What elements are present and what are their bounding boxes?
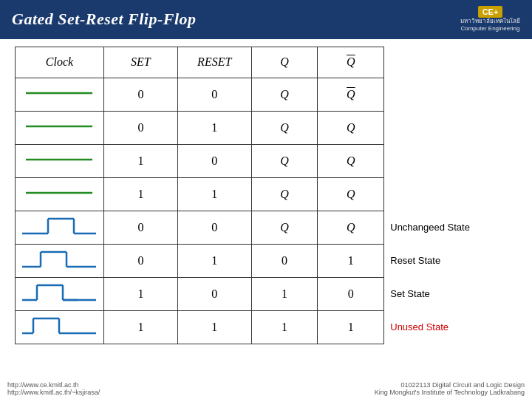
reset-val-7: 0 bbox=[177, 277, 251, 310]
reset-val-3: 0 bbox=[177, 144, 251, 177]
note-6: Reset State bbox=[384, 244, 517, 277]
table-row: 0 1 Q Q bbox=[16, 111, 517, 144]
qbar-val-6: 1 bbox=[318, 244, 384, 277]
set-val-5: 0 bbox=[103, 211, 177, 244]
qbar-val-4: Q bbox=[318, 177, 384, 211]
main-content: Clock SET RESET Q Q 0 0 Q Q bbox=[0, 39, 532, 352]
header: Gated Set-Reset Flip-Flop CE+ มหาวิทยาลั… bbox=[0, 0, 532, 39]
clock-signal-4 bbox=[16, 177, 104, 211]
logo-text: มหาวิทยาลัยเทคโนโลยี Computer Engineerin… bbox=[460, 18, 520, 33]
clock-signal-8 bbox=[16, 310, 104, 344]
table-row: 1 1 1 1 Unused State bbox=[16, 310, 517, 344]
q-val-4: Q bbox=[251, 177, 318, 211]
qbar-val-2: Q bbox=[318, 111, 384, 144]
clock-signal-2 bbox=[16, 111, 104, 144]
logo: CE+ มหาวิทยาลัยเทคโนโลยี Computer Engine… bbox=[460, 6, 520, 33]
q-val-2: Q bbox=[251, 111, 318, 144]
header-clock: Clock bbox=[16, 47, 104, 78]
qbar-val-1: Q bbox=[318, 78, 384, 111]
note-8: Unused State bbox=[384, 310, 517, 344]
reset-val-2: 1 bbox=[177, 111, 251, 144]
clock-signal-7 bbox=[16, 277, 104, 310]
set-val-4: 1 bbox=[103, 177, 177, 211]
footer-left: http://www.ce.kmitl.ac.th http://www.kmi… bbox=[7, 381, 100, 396]
table-row: 1 0 Q Q bbox=[16, 144, 517, 177]
note-1 bbox=[384, 78, 517, 111]
q-val-3: Q bbox=[251, 144, 318, 177]
footer-right: 01022113 Digital Circuit and Logic Desig… bbox=[375, 381, 525, 396]
note-7: Set State bbox=[384, 277, 517, 310]
truth-table: Clock SET RESET Q Q 0 0 Q Q bbox=[15, 47, 517, 344]
header-qbar: Q bbox=[318, 47, 384, 78]
set-val-6: 0 bbox=[103, 244, 177, 277]
qbar-val-8: 1 bbox=[318, 310, 384, 344]
header-q: Q bbox=[251, 47, 318, 78]
clock-svg-8 bbox=[18, 311, 100, 341]
q-val-8: 1 bbox=[251, 310, 318, 344]
table-row: 0 0 Q Q bbox=[16, 78, 517, 111]
set-val-3: 1 bbox=[103, 144, 177, 177]
table-row: 1 0 1 0 Set State bbox=[16, 277, 517, 310]
q-val-5: Q bbox=[251, 211, 318, 244]
q-val-7: 1 bbox=[251, 277, 318, 310]
clock-svg-4 bbox=[18, 178, 100, 208]
footer: http://www.ce.kmitl.ac.th http://www.kmi… bbox=[7, 381, 525, 396]
clock-signal-5 bbox=[16, 211, 104, 244]
clock-svg-7 bbox=[18, 278, 100, 307]
reset-val-1: 0 bbox=[177, 78, 251, 111]
qbar-val-7: 0 bbox=[318, 277, 384, 310]
q-val-1: Q bbox=[251, 78, 318, 111]
note-4 bbox=[384, 177, 517, 211]
footer-url-2: http://www.kmitl.ac.th/~ksjirasa/ bbox=[7, 389, 100, 396]
reset-val-6: 1 bbox=[177, 244, 251, 277]
q-val-6: 0 bbox=[251, 244, 318, 277]
page-title: Gated Set-Reset Flip-Flop bbox=[12, 10, 197, 29]
header-set: SET bbox=[103, 47, 177, 78]
note-2 bbox=[384, 111, 517, 144]
clock-signal-3 bbox=[16, 144, 104, 177]
table-row: 0 0 Q Q Unchangeed State bbox=[16, 211, 517, 244]
clock-svg-3 bbox=[18, 145, 100, 174]
header-reset: RESET bbox=[177, 47, 251, 78]
clock-signal-6 bbox=[16, 244, 104, 277]
reset-val-8: 1 bbox=[177, 310, 251, 344]
footer-institution: King Mongkut's Institute of Technology L… bbox=[375, 389, 525, 396]
footer-url-1: http://www.ce.kmitl.ac.th bbox=[7, 381, 100, 389]
clock-svg-5 bbox=[18, 211, 100, 241]
set-val-8: 1 bbox=[103, 310, 177, 344]
note-5: Unchangeed State bbox=[384, 211, 517, 244]
clock-signal-1 bbox=[16, 78, 104, 111]
reset-val-4: 1 bbox=[177, 177, 251, 211]
set-val-1: 0 bbox=[103, 78, 177, 111]
logo-badge: CE+ bbox=[478, 6, 503, 18]
table-row: 0 1 0 1 Reset State bbox=[16, 244, 517, 277]
qbar-val-3: Q bbox=[318, 144, 384, 177]
note-3 bbox=[384, 144, 517, 177]
set-val-2: 0 bbox=[103, 111, 177, 144]
header-note bbox=[384, 47, 517, 78]
clock-svg-6 bbox=[18, 245, 100, 274]
set-val-7: 1 bbox=[103, 277, 177, 310]
clock-svg-1 bbox=[18, 78, 100, 108]
table-row: 1 1 Q Q bbox=[16, 177, 517, 211]
qbar-val-5: Q bbox=[318, 211, 384, 244]
footer-course: 01022113 Digital Circuit and Logic Desig… bbox=[375, 381, 525, 389]
reset-val-5: 0 bbox=[177, 211, 251, 244]
clock-svg-2 bbox=[18, 112, 100, 141]
